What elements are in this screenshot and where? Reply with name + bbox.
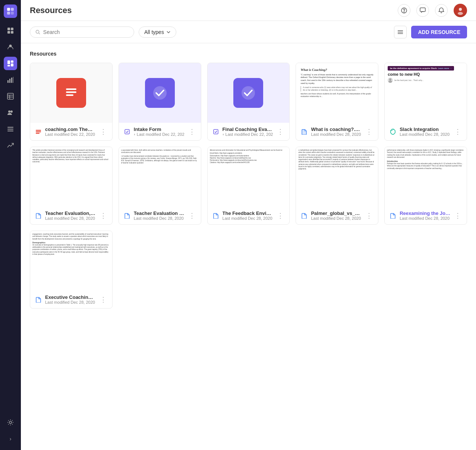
card-meta-3: Last modified Dec 22, 202 [223,132,273,137]
card-preview-4: What is Coaching? "C oaching" is one of … [296,63,378,123]
card-more-button-9[interactable]: ⋮ [365,211,373,220]
card-type-icon-4 [300,128,308,135]
card-name-3: Final Coaching Evaluation [223,126,273,132]
card-preview-8: ditional services and information for Ed… [208,147,290,207]
sidebar-item-resources[interactable] [4,57,17,70]
card-info-3: Final Coaching Evaluation Last modified … [223,126,273,137]
card-meta-11: Last modified Dec 28, 2020 [45,300,96,304]
all-types-filter[interactable]: All types [139,26,176,38]
card-meta-5: Last modified Dec 28, 2020 [400,132,450,137]
resource-card-4[interactable]: What is Coaching? "C oaching" is one of … [296,63,378,141]
card-footer-4: What is coaching?.pdf Last modified Dec … [296,123,378,140]
card-type-icon-2 [123,128,131,135]
svg-rect-11 [11,63,13,66]
content-area: Resources [21,43,476,450]
svg-rect-1 [11,8,14,11]
card-more-button-6[interactable]: ⋮ [99,211,108,220]
svg-point-21 [8,110,10,113]
card-meta-10: Last modified Dec 28, 2020 [400,216,450,221]
svg-rect-3 [11,12,14,15]
svg-point-43 [153,86,167,100]
add-resource-button[interactable]: ADD RESOURCE [411,26,467,38]
sidebar-item-chart[interactable] [4,139,17,152]
svg-rect-23 [7,127,13,128]
sidebar-item-list[interactable] [4,122,17,136]
svg-rect-17 [7,93,13,99]
svg-rect-12 [7,65,10,66]
resource-card-3[interactable]: Final Coaching Evaluation Last modified … [207,63,290,141]
resource-card-5[interactable]: be the definitive agreement to acquire S… [384,63,467,141]
sidebar-item-dashboard[interactable] [4,24,17,37]
card-type-icon-1 [35,128,42,135]
svg-point-32 [36,30,39,33]
svg-point-28 [404,12,404,12]
resource-card-11[interactable]: engagement, coaching tools executives fa… [30,231,113,309]
resource-card-9[interactable]: s multiattribute and global designs have… [296,147,378,225]
card-more-button-4[interactable]: ⋮ [365,127,373,136]
card-more-button-1[interactable]: ⋮ [99,127,108,136]
card-type-icon-10 [389,212,397,219]
main-area: Resources [21,0,476,450]
card-more-button-11[interactable]: ⋮ [99,295,108,304]
svg-point-47 [242,86,255,100]
card-info-10: Reexamining the Job Sati... Last modifie… [400,210,450,221]
card-more-button-2[interactable]: ⋮ [187,127,196,136]
card-meta-1: Last modified Dec 22, 2020 [45,132,96,137]
card-type-icon-9 [300,212,308,219]
sidebar-item-analytics[interactable] [4,73,17,87]
svg-rect-5 [11,28,13,30]
card-name-8: The Feedback Environme... [223,210,273,216]
card-info-1: coaching.com Theme Libr... Last modified… [45,126,96,137]
card-preview-10: performance relationship, with those emp… [385,147,467,207]
search-input[interactable] [43,29,129,35]
card-footer-2: Intake Form Last modified Dec 22, 202 ⋮ [119,123,201,140]
sidebar-expand-button[interactable]: › [4,432,17,446]
svg-rect-15 [11,78,12,83]
sidebar-item-contacts[interactable] [4,106,17,119]
user-avatar[interactable] [454,4,467,17]
svg-rect-13 [7,80,9,83]
resource-card-7[interactable]: s associated with them, both within and … [119,147,201,225]
card-preview-6: This article provides historical overvie… [30,147,112,207]
svg-rect-48 [214,129,218,134]
search-icon [35,29,40,35]
card-meta-7: Last modified Dec 28, 2020 [134,216,185,221]
card-more-button-3[interactable]: ⋮ [276,127,285,136]
svg-point-22 [10,110,13,113]
card-more-button-8[interactable]: ⋮ [276,211,285,220]
card-info-2: Intake Form Last modified Dec 22, 202 [134,126,185,137]
card-more-button-10[interactable]: ⋮ [453,211,462,220]
card-more-button-7[interactable]: ⋮ [187,211,196,220]
card-icon-preview-2 [145,78,175,108]
sidebar-item-people[interactable] [4,40,17,54]
card-info-6: Teacher Evaluation, Teac... Last modifie… [45,210,96,221]
resource-card-8[interactable]: ditional services and information for Ed… [207,147,290,225]
sidebar-item-settings[interactable] [4,416,17,429]
chat-button[interactable] [416,4,429,17]
resource-card-6[interactable]: This article provides historical overvie… [30,147,113,225]
card-more-button-5[interactable]: ⋮ [453,127,462,136]
resource-card-1[interactable]: coaching.com Theme Libr... Last modified… [30,63,113,141]
card-footer-9: Palmer_global_vs_multiat... Last modifie… [296,207,378,224]
svg-rect-9 [7,60,10,64]
resource-card-10[interactable]: performance relationship, with those emp… [384,147,467,225]
resource-card-2[interactable]: Intake Form Last modified Dec 22, 202 ⋮ [119,63,201,141]
sidebar-logo[interactable] [4,4,17,18]
resource-grid: coaching.com Theme Libr... Last modified… [30,63,467,309]
card-footer-11: Executive Coaching An O... Last modified… [30,291,112,308]
svg-rect-14 [9,79,10,83]
card-name-4: What is coaching?.pdf [311,126,362,132]
notifications-button[interactable] [435,4,448,17]
card-preview-9: s multiattribute and global designs have… [296,147,378,207]
svg-rect-39 [66,94,73,96]
help-button[interactable] [398,4,410,17]
card-preview-5: be the definitive agreement to acquire S… [385,63,467,123]
sidebar-item-table[interactable] [4,90,17,103]
card-type-icon-5 [389,128,397,135]
search-box[interactable] [30,26,134,38]
svg-point-50 [223,135,224,135]
svg-rect-7 [11,31,13,34]
sidebar: › [0,0,21,450]
list-view-button[interactable] [394,26,407,38]
card-footer-3: Final Coaching Evaluation Last modified … [208,123,290,140]
